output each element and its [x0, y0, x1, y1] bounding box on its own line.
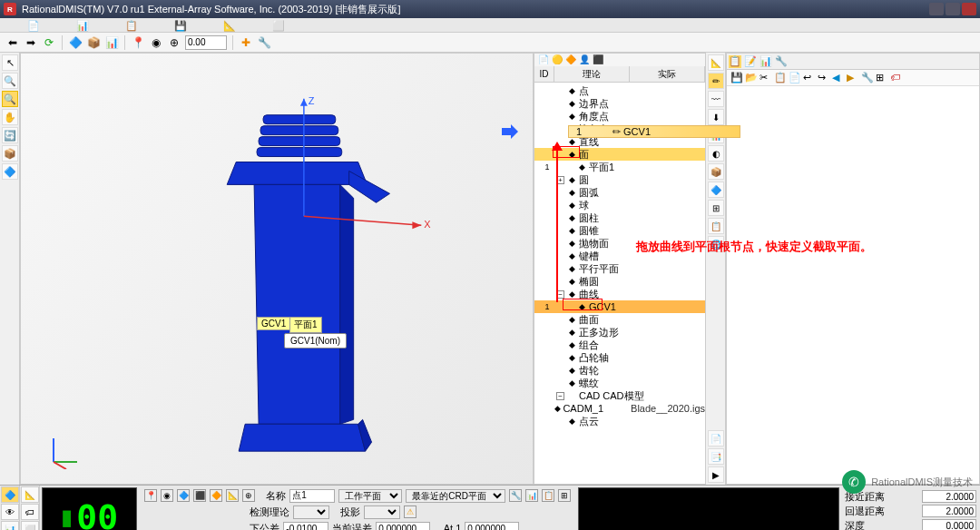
- tool-icon[interactable]: 🔧: [257, 35, 271, 50]
- prop-btn[interactable]: ▶: [847, 72, 859, 84]
- add-icon[interactable]: ✚: [239, 35, 253, 50]
- tree-btn[interactable]: 🟡: [552, 54, 563, 65]
- bicon[interactable]: 🔷: [177, 489, 190, 502]
- dp-input[interactable]: [922, 519, 976, 530]
- btab-icon[interactable]: 🏷: [21, 504, 39, 520]
- tab-icon[interactable]: 📊: [760, 55, 772, 68]
- tree-node[interactable]: 1◆平面1: [534, 161, 705, 173]
- prop-btn[interactable]: ↪: [818, 72, 830, 84]
- bicon[interactable]: ⬛: [193, 489, 206, 502]
- menu-icon[interactable]: 💾: [174, 20, 187, 31]
- rtool-icon[interactable]: ✏: [708, 73, 724, 89]
- coord-select[interactable]: 工作平面: [338, 489, 402, 503]
- value-input[interactable]: [185, 35, 227, 50]
- crd-select[interactable]: 最靠近的CRD平面: [406, 489, 505, 503]
- cd-input[interactable]: [376, 522, 430, 531]
- prop-btn[interactable]: ◀: [832, 72, 845, 84]
- prop-btn[interactable]: 🏷: [890, 72, 903, 84]
- rtool-icon[interactable]: 〰: [708, 91, 724, 107]
- tab-icon[interactable]: 📝: [744, 55, 757, 68]
- max-button[interactable]: [946, 3, 960, 15]
- tool-icon[interactable]: 📊: [104, 35, 119, 50]
- zoom-icon[interactable]: 🔍: [2, 73, 18, 89]
- tab-icon[interactable]: 📋: [729, 55, 741, 68]
- tree-node[interactable]: ◆椭圆: [534, 275, 705, 288]
- tree-node[interactable]: ◆圆锥: [534, 224, 705, 237]
- tree-node[interactable]: ◆点: [534, 84, 705, 97]
- bicon[interactable]: 📊: [525, 489, 538, 502]
- rtool-icon[interactable]: 📑: [708, 448, 724, 465]
- viewport-3d[interactable]: Z X GCV1 平面1 GCV1(Nom): [20, 53, 534, 485]
- tree-node[interactable]: ◆正多边形: [534, 326, 705, 339]
- menu-icon[interactable]: ⬜: [272, 20, 285, 31]
- mode-select[interactable]: [293, 505, 329, 519]
- tree-node[interactable]: ◆凸轮轴: [534, 351, 705, 364]
- rtool-icon[interactable]: ◐: [708, 145, 724, 162]
- rtool-icon[interactable]: ⬇: [708, 109, 724, 125]
- rtool-icon[interactable]: 📄: [708, 430, 724, 447]
- pointer-icon[interactable]: ↖: [2, 54, 18, 71]
- rtool-icon[interactable]: ⊞: [708, 200, 724, 216]
- btab-icon[interactable]: 🔷: [1, 486, 19, 503]
- tree-node[interactable]: ◆圆弧: [534, 186, 705, 199]
- menu-icon[interactable]: 📄: [27, 20, 40, 31]
- tree-node[interactable]: ◆角度点: [534, 110, 705, 123]
- rtool-icon[interactable]: 📐: [708, 54, 724, 71]
- tree-node[interactable]: ◆圆柱: [534, 211, 705, 224]
- tree-node[interactable]: ◆点云: [534, 415, 705, 427]
- prop-btn[interactable]: 📂: [745, 72, 758, 84]
- warn-icon[interactable]: ⚠: [404, 505, 416, 518]
- prop-btn[interactable]: ↩: [803, 72, 816, 84]
- plane-label[interactable]: 平面1: [289, 317, 322, 333]
- gcv-label[interactable]: GCV1: [257, 317, 290, 330]
- min-button[interactable]: [929, 3, 944, 15]
- bicon[interactable]: 📐: [226, 489, 239, 502]
- at1-input[interactable]: [465, 522, 519, 531]
- tree-node[interactable]: 1◆GCV1: [534, 300, 705, 313]
- rotate-icon[interactable]: 🔄: [2, 127, 18, 143]
- bicon[interactable]: ⊞: [558, 489, 571, 502]
- tree-node[interactable]: ◆曲面: [534, 313, 705, 326]
- rtool-icon[interactable]: 📋: [708, 218, 724, 234]
- save-icon[interactable]: 💾: [730, 72, 743, 84]
- bicon[interactable]: ◉: [161, 489, 173, 502]
- proj-select[interactable]: [364, 505, 400, 519]
- view-icon[interactable]: 🔷: [2, 163, 18, 180]
- fwd-icon[interactable]: ➡: [24, 35, 38, 50]
- tree-btn[interactable]: 👤: [579, 54, 590, 65]
- col-actual[interactable]: 实际: [630, 66, 705, 82]
- rtool-icon[interactable]: 📦: [708, 163, 724, 180]
- tree-btn[interactable]: 🔶: [565, 54, 576, 65]
- tool-icon[interactable]: 📦: [86, 35, 101, 50]
- pan-icon[interactable]: ✋: [2, 109, 18, 125]
- tree-node[interactable]: ◆平行平面: [534, 262, 705, 275]
- tree-node[interactable]: −CAD CAD模型: [534, 389, 705, 402]
- bicon[interactable]: 🔶: [210, 489, 222, 502]
- prop-btn[interactable]: 🔧: [861, 72, 874, 84]
- bicon[interactable]: 🔧: [509, 489, 522, 502]
- tree-node[interactable]: ◆螺纹: [534, 377, 705, 389]
- lt-input[interactable]: [283, 522, 328, 531]
- select-icon[interactable]: 🔍: [2, 91, 18, 107]
- probe-icon[interactable]: ⊕: [167, 35, 181, 50]
- prop-btn[interactable]: 📋: [774, 72, 787, 84]
- bicon[interactable]: 📍: [144, 489, 157, 502]
- cube-icon[interactable]: 📦: [2, 145, 18, 162]
- back-icon[interactable]: ⬅: [5, 35, 20, 50]
- btab-icon[interactable]: 📊: [1, 521, 19, 530]
- close-button[interactable]: [962, 3, 976, 15]
- col-theory[interactable]: 理论: [554, 66, 630, 82]
- bicon[interactable]: 📋: [542, 489, 554, 502]
- menu-icon[interactable]: 📋: [125, 20, 138, 31]
- bicon[interactable]: ⊕: [242, 489, 255, 502]
- tree-node[interactable]: −◆曲线: [534, 288, 705, 300]
- btab-icon[interactable]: ⬜: [21, 521, 39, 530]
- rtool-icon[interactable]: ▶: [708, 466, 724, 483]
- refresh-icon[interactable]: ⟳: [42, 35, 56, 50]
- menu-icon[interactable]: 📊: [76, 20, 89, 31]
- tree-btn[interactable]: ⬛: [593, 54, 603, 65]
- tree-node[interactable]: ◆面: [534, 148, 705, 161]
- probe-icon[interactable]: ◉: [149, 35, 163, 50]
- tree-btn[interactable]: 📄: [538, 54, 549, 65]
- tree-node[interactable]: ◆齿轮: [534, 364, 705, 377]
